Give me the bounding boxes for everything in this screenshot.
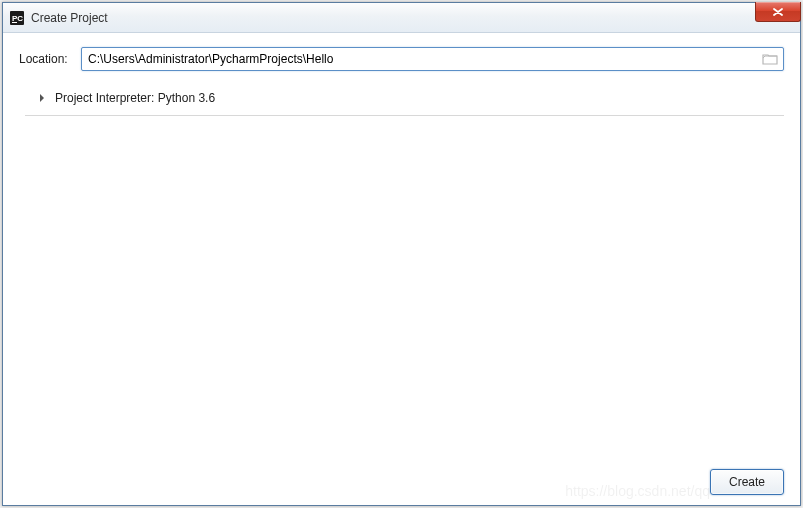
titlebar[interactable]: PC Create Project bbox=[3, 3, 800, 33]
window-title: Create Project bbox=[31, 11, 108, 25]
create-project-dialog: PC Create Project Location: bbox=[2, 2, 801, 506]
location-row: Location: bbox=[19, 47, 784, 71]
create-button[interactable]: Create bbox=[710, 469, 784, 495]
close-button[interactable] bbox=[755, 2, 801, 22]
close-icon bbox=[773, 6, 783, 18]
dialog-content: Location: Project Interpreter: Python 3.… bbox=[3, 33, 800, 505]
svg-rect-2 bbox=[12, 22, 17, 23]
dialog-footer: Create bbox=[19, 461, 784, 495]
location-input[interactable] bbox=[81, 47, 784, 71]
pycharm-icon: PC bbox=[9, 10, 25, 26]
folder-icon[interactable] bbox=[762, 52, 778, 66]
chevron-right-icon[interactable] bbox=[37, 93, 47, 103]
location-input-wrap bbox=[81, 47, 784, 71]
location-label: Location: bbox=[19, 52, 81, 66]
interpreter-label: Project Interpreter: Python 3.6 bbox=[55, 91, 215, 105]
interpreter-row[interactable]: Project Interpreter: Python 3.6 bbox=[25, 87, 784, 116]
svg-text:PC: PC bbox=[12, 14, 23, 23]
